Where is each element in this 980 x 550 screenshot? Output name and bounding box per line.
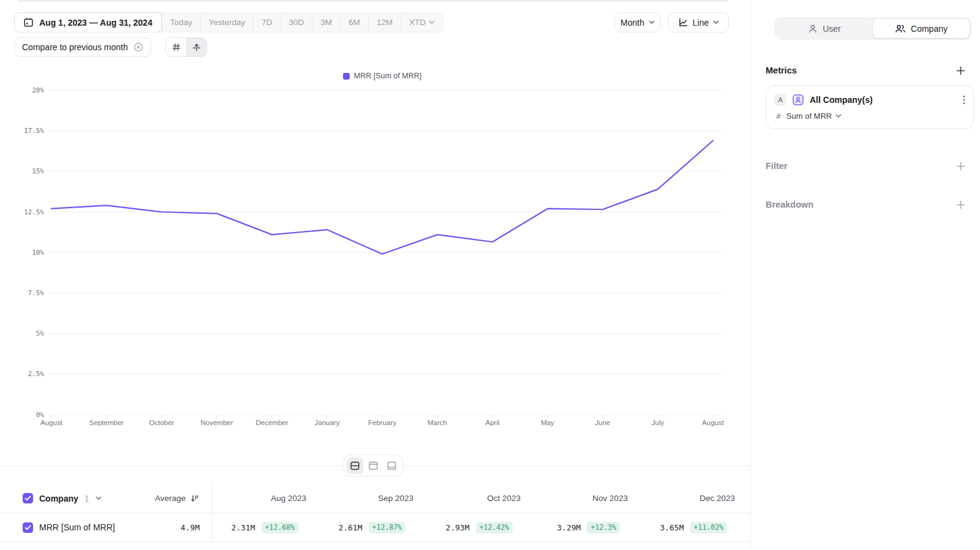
x-axis-tick-label: February bbox=[368, 419, 396, 426]
compare-chip[interactable]: Compare to previous month bbox=[14, 37, 151, 57]
user-icon bbox=[808, 24, 818, 34]
preset-label: 3M bbox=[320, 18, 332, 27]
layout-option-panel-bottom[interactable] bbox=[383, 458, 400, 474]
x-axis-tick-label: March bbox=[428, 419, 447, 426]
column-header[interactable]: Dec 2023 bbox=[641, 484, 748, 513]
delta-badge: +11.02% bbox=[690, 522, 727, 533]
value-cell[interactable]: 2.61M+12.87% bbox=[320, 513, 427, 541]
y-axis-tick-label: 20% bbox=[32, 86, 44, 94]
chevron-down-icon bbox=[429, 20, 435, 24]
metric-name: All Company(s) bbox=[810, 95, 873, 105]
chevron-down-icon bbox=[835, 114, 842, 118]
group-by-label[interactable]: Company bbox=[39, 494, 78, 503]
layout-option-split-horizontal[interactable] bbox=[347, 458, 363, 474]
column-header[interactable]: Sep 2023 bbox=[320, 484, 427, 513]
remove-compare-icon[interactable] bbox=[134, 42, 143, 52]
x-axis-tick-label: April bbox=[485, 419, 499, 426]
delta-badge: +12.68% bbox=[262, 522, 298, 533]
table-header-row: Company 1 Average Aug 2023Sep 2023Oct 20… bbox=[0, 484, 750, 513]
preset-7d[interactable]: 7D bbox=[253, 13, 280, 32]
date-range-button[interactable]: Aug 1, 2023 — Aug 31, 2024 bbox=[14, 12, 162, 32]
metric-menu-icon[interactable] bbox=[963, 95, 965, 105]
preset-xtd[interactable]: XTD bbox=[401, 13, 443, 32]
add-metric-icon[interactable] bbox=[956, 66, 965, 75]
chevron-down-icon[interactable] bbox=[96, 496, 102, 500]
y-axis-tick-label: 7.5% bbox=[28, 289, 45, 297]
add-breakdown-icon[interactable] bbox=[956, 200, 965, 209]
preset-label: 7D bbox=[262, 18, 272, 27]
breakdown-title: Breakdown bbox=[766, 200, 813, 209]
legend-label: MRR [Sum of MRR] bbox=[354, 72, 421, 80]
line-chart-icon bbox=[678, 17, 688, 28]
entity-tabs: User Company bbox=[774, 17, 971, 40]
preset-3m[interactable]: 3M bbox=[312, 13, 340, 32]
preset-today[interactable]: Today bbox=[162, 13, 200, 32]
numeric-property-icon: # bbox=[776, 111, 781, 121]
series-name: MRR [Sum of MRR] bbox=[39, 522, 115, 532]
mrr-series-line[interactable] bbox=[51, 141, 713, 254]
preset-12m[interactable]: 12M bbox=[368, 13, 401, 32]
y-axis-tick-label: 17.5% bbox=[24, 127, 44, 135]
tab-user[interactable]: User bbox=[776, 19, 873, 38]
panel-top-icon bbox=[368, 461, 379, 471]
value-cell[interactable]: 2.31M+12.68% bbox=[213, 513, 320, 541]
value-cell[interactable]: 3.29M+12.3% bbox=[534, 513, 641, 541]
delta-badge: +12.3% bbox=[587, 522, 620, 533]
preset-label: 12M bbox=[377, 18, 393, 27]
preset-xtd-label: XTD bbox=[409, 18, 426, 27]
average-column-label[interactable]: Average bbox=[155, 494, 186, 503]
chart-legend[interactable]: MRR [Sum of MRR] bbox=[51, 72, 713, 80]
y-axis-tick-label: 10% bbox=[32, 249, 44, 257]
grid-toggle-button[interactable] bbox=[166, 38, 186, 56]
tab-company[interactable]: Company bbox=[873, 19, 970, 38]
company-checkbox[interactable] bbox=[23, 493, 33, 503]
delta-badge: +12.42% bbox=[476, 522, 513, 533]
y-axis-tick-label: 12.5% bbox=[24, 208, 44, 216]
value-cell[interactable]: 3.65M+11.02% bbox=[641, 513, 748, 541]
granularity-select[interactable]: Month bbox=[614, 12, 661, 32]
add-filter-icon[interactable] bbox=[956, 162, 965, 171]
line-chart[interactable]: 0%2.5%5%7.5%10%12.5%15%17.5%20%AugustSep… bbox=[0, 85, 750, 437]
legend-swatch bbox=[343, 73, 350, 80]
table-header-left: Company 1 Average bbox=[0, 484, 213, 513]
preset-yesterday[interactable]: Yesterday bbox=[200, 13, 254, 32]
metrics-title: Metrics bbox=[766, 66, 797, 75]
preset-label: 6M bbox=[349, 18, 360, 27]
x-axis-tick-label: May bbox=[541, 419, 554, 426]
split-horizontal-icon bbox=[350, 461, 360, 471]
grid-icon bbox=[172, 42, 181, 52]
cell-value: 3.65M bbox=[660, 523, 684, 532]
layout-option-panel-top[interactable] bbox=[365, 458, 382, 474]
column-header[interactable]: Aug 2023 bbox=[213, 484, 320, 513]
chart-type-select[interactable]: Line bbox=[668, 12, 729, 32]
filter-title: Filter bbox=[766, 161, 787, 171]
aggregation-select[interactable]: Sum of MRR bbox=[786, 111, 842, 121]
cell-value: 2.61M bbox=[338, 523, 362, 532]
column-header[interactable]: Nov 2023 bbox=[534, 484, 641, 513]
x-axis-tick-label: January bbox=[315, 419, 340, 426]
y-axis-tick-label: 5% bbox=[36, 330, 45, 337]
events-toggle-button[interactable] bbox=[186, 38, 206, 56]
x-axis-tick-label: August bbox=[702, 419, 725, 426]
column-header[interactable]: Oct 2023 bbox=[427, 484, 534, 513]
chart-type-label: Line bbox=[693, 18, 709, 28]
x-axis-tick-label: December bbox=[255, 419, 288, 426]
metric-card[interactable]: A All Company(s) # Sum of MRR bbox=[766, 85, 974, 129]
value-cell[interactable]: 2.93M+12.42% bbox=[427, 513, 534, 541]
y-axis-tick-label: 2.5% bbox=[28, 370, 45, 378]
company-contact-icon bbox=[792, 94, 804, 106]
preset-30d[interactable]: 30D bbox=[281, 13, 312, 32]
calendar-icon bbox=[23, 17, 34, 28]
delta-badge: +12.87% bbox=[369, 522, 405, 533]
preset-6m[interactable]: 6M bbox=[340, 13, 368, 32]
y-axis-tick-label: 0% bbox=[36, 411, 45, 419]
x-axis-tick-label: September bbox=[89, 419, 124, 426]
sort-descending-icon[interactable] bbox=[190, 494, 200, 503]
preset-label: 30D bbox=[289, 18, 304, 27]
row-checkbox[interactable] bbox=[23, 522, 33, 533]
date-range-group: Aug 1, 2023 — Aug 31, 2024 TodayYesterda… bbox=[14, 12, 443, 32]
company-icon bbox=[895, 24, 906, 34]
compare-chip-label: Compare to previous month bbox=[22, 42, 128, 52]
table-row[interactable]: MRR [Sum of MRR]4.9M2.31M+12.68%2.61M+12… bbox=[0, 513, 750, 542]
results-table: Company 1 Average Aug 2023Sep 2023Oct 20… bbox=[0, 484, 750, 542]
